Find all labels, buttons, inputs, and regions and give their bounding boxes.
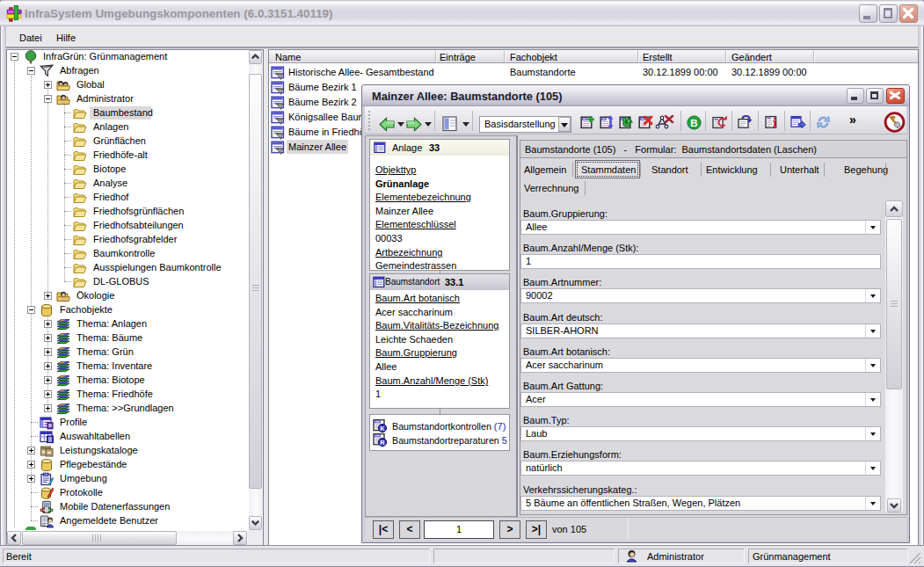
svg-text:R: R <box>380 439 385 447</box>
svg-text:B: B <box>690 118 697 128</box>
svg-text:K: K <box>380 425 385 433</box>
